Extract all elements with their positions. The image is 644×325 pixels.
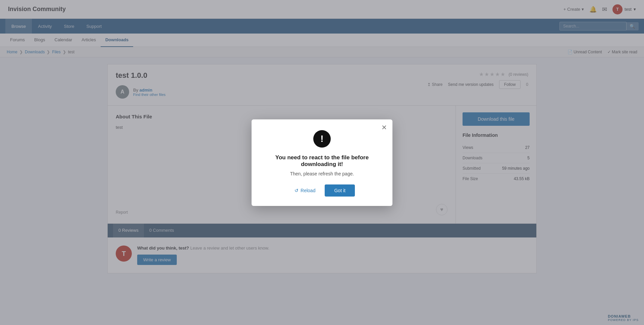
modal-subtitle: Then, please refresh the page. (262, 171, 382, 176)
modal-gotit-button[interactable]: Got it (325, 184, 355, 197)
modal-actions: ↺ Reload Got it (262, 184, 382, 197)
modal-reload-button[interactable]: ↺ Reload (289, 184, 321, 197)
modal-title: You need to react to the file before dow… (262, 154, 382, 168)
reload-icon: ↺ (294, 188, 299, 193)
modal-dialog: ✕ ! You need to react to the file before… (252, 119, 392, 206)
modal-warning-icon: ! (313, 130, 331, 148)
modal-close-button[interactable]: ✕ (381, 123, 387, 131)
modal-overlay: ✕ ! You need to react to the file before… (0, 0, 644, 325)
